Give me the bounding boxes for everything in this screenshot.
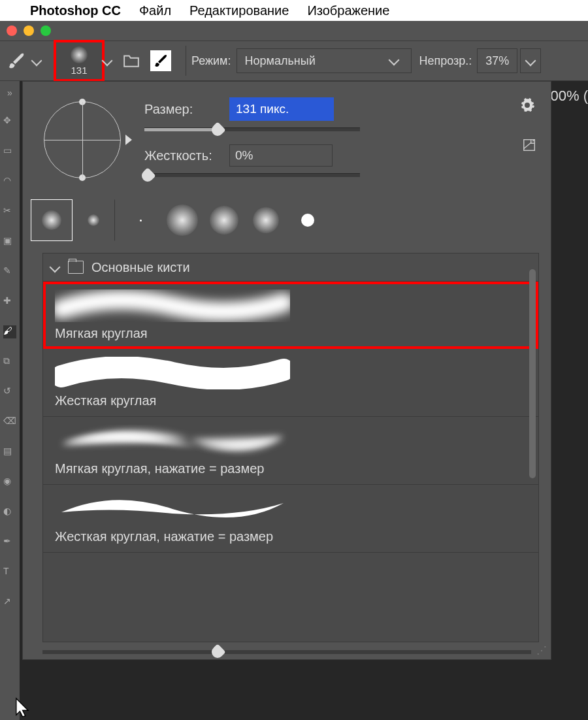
- tool-path[interactable]: ↗: [3, 596, 16, 609]
- preset-hard-round[interactable]: Жесткая круглая: [43, 349, 538, 417]
- tools-toolbar: » ✥ ▭ ◠ ✂ ▣ ✎ ✚ 🖌 ⧉ ↺ ⌫ ▤ ◉ ◐ ✒ T ↗: [0, 81, 20, 720]
- angle-bottom-handle[interactable]: [79, 174, 86, 181]
- brush-preview-icon: [71, 46, 88, 63]
- size-input[interactable]: 131 пикс.: [229, 97, 334, 121]
- folder-label: Основные кисти: [91, 260, 190, 275]
- preset-scale-slider[interactable]: [42, 645, 531, 659]
- tool-dropdown-chevron-icon[interactable]: [31, 56, 42, 67]
- size-label: Размер:: [144, 102, 229, 117]
- blend-mode-select[interactable]: Нормальный: [237, 48, 412, 73]
- brush-tip-7[interactable]: [287, 199, 329, 241]
- tool-gradient[interactable]: ▤: [3, 446, 16, 459]
- slider-thumb[interactable]: [209, 122, 225, 138]
- brush-preset-button[interactable]: 131: [54, 40, 105, 82]
- document-zoom-label: 00% (: [551, 88, 588, 105]
- tool-brush-selected[interactable]: 🖌: [3, 325, 16, 338]
- tool-eyedropper[interactable]: ✎: [3, 265, 16, 278]
- window-header: [0, 21, 588, 41]
- expand-toolbar-icon[interactable]: »: [7, 88, 12, 98]
- preset-stroke-preview: [55, 289, 527, 322]
- new-document-icon: [522, 138, 536, 152]
- preset-label: Жесткая круглая: [55, 393, 527, 408]
- size-slider[interactable]: [144, 127, 360, 131]
- minimize-window-button[interactable]: [24, 25, 34, 36]
- preset-stroke-preview: [55, 425, 527, 457]
- brush-panel-icon: [153, 53, 169, 69]
- brush-panel-toggle-button[interactable]: [150, 50, 171, 71]
- zoom-window-button[interactable]: [41, 25, 51, 36]
- brush-folder-button[interactable]: [123, 54, 140, 68]
- brush-tip-6[interactable]: [245, 199, 287, 241]
- tool-blur[interactable]: ◉: [3, 476, 16, 489]
- menu-file[interactable]: Файл: [139, 3, 171, 18]
- app-name[interactable]: Photoshop CC: [30, 3, 121, 18]
- preset-hard-pressure[interactable]: Жесткая круглая, нажатие = размер: [43, 485, 538, 553]
- brush-tool-icon: [7, 51, 26, 71]
- menu-image[interactable]: Изображение: [307, 3, 389, 18]
- brush-tip-1[interactable]: [31, 199, 73, 241]
- brush-tip-row: [23, 199, 551, 241]
- menu-edit[interactable]: Редактирование: [189, 3, 289, 18]
- hardness-input[interactable]: 0%: [229, 144, 333, 167]
- panel-resize-grip-icon[interactable]: ⋰: [536, 644, 547, 657]
- brush-size-label: 131: [71, 65, 87, 76]
- tool-dodge[interactable]: ◐: [3, 506, 16, 519]
- tool-frame[interactable]: ▣: [3, 235, 16, 248]
- panel-menu-button[interactable]: [519, 97, 535, 113]
- tool-move[interactable]: ✥: [3, 115, 16, 128]
- opacity-input[interactable]: 37%: [477, 48, 517, 73]
- tool-healing[interactable]: ✚: [3, 295, 16, 308]
- preset-label: Мягкая круглая, нажатие = размер: [55, 461, 527, 476]
- chevron-down-icon: [525, 56, 536, 67]
- tool-lasso[interactable]: ◠: [3, 175, 16, 188]
- preset-stroke-preview: [55, 493, 527, 525]
- angle-top-handle[interactable]: [79, 99, 86, 105]
- blend-mode-label: Режим:: [191, 54, 231, 68]
- tool-stamp[interactable]: ⧉: [3, 355, 16, 368]
- options-toolbar: 131 Режим: Нормальный Непрозр.: 37%: [0, 41, 588, 81]
- workspace: » ✥ ▭ ◠ ✂ ▣ ✎ ✚ 🖌 ⧉ ↺ ⌫ ▤ ◉ ◐ ✒ T ↗ 00% …: [0, 81, 588, 720]
- brush-angle-control[interactable]: [40, 97, 125, 182]
- traffic-lights: [7, 25, 51, 36]
- preset-soft-pressure[interactable]: Мягкая круглая, нажатие = размер: [43, 417, 538, 485]
- slider-thumb[interactable]: [139, 167, 155, 184]
- preset-label: Жесткая круглая, нажатие = размер: [55, 529, 527, 544]
- hardness-slider[interactable]: [144, 173, 360, 177]
- preset-label: Мягкая круглая: [55, 326, 527, 341]
- tool-marquee[interactable]: ▭: [3, 145, 16, 158]
- brush-tip-2[interactable]: [73, 199, 114, 241]
- current-tool-brush[interactable]: [7, 51, 47, 71]
- folder-icon: [123, 54, 140, 68]
- brush-tip-4[interactable]: [161, 199, 203, 241]
- tool-eraser[interactable]: ⌫: [3, 416, 16, 429]
- tool-history-brush[interactable]: ↺: [3, 385, 16, 399]
- tool-pen[interactable]: ✒: [3, 536, 16, 549]
- folder-expand-chevron-icon: [50, 262, 61, 273]
- preset-list-scrollbar[interactable]: [529, 269, 536, 478]
- tool-type[interactable]: T: [3, 566, 16, 579]
- slider-thumb[interactable]: [210, 644, 226, 660]
- brush-tip-5[interactable]: [203, 199, 245, 241]
- preset-folder-row[interactable]: Основные кисти: [43, 254, 538, 282]
- hardness-label: Жесткость:: [144, 148, 229, 163]
- brush-preset-panel: Размер: 131 пикс. Жесткость: 0%: [22, 81, 551, 660]
- preset-stroke-preview: [55, 357, 527, 389]
- cursor-arrow-icon: [14, 696, 33, 720]
- chevron-down-icon: [388, 55, 399, 66]
- gear-icon: [519, 97, 535, 113]
- macos-menubar: Photoshop CC Файл Редактирование Изображ…: [0, 0, 588, 21]
- toolbar-separator: [186, 46, 186, 76]
- brush-tip-separator: [114, 199, 120, 241]
- folder-icon: [68, 261, 84, 274]
- brush-tip-3[interactable]: [120, 199, 161, 241]
- preset-soft-round[interactable]: Мягкая круглая: [43, 282, 538, 349]
- close-window-button[interactable]: [7, 25, 17, 36]
- brush-preset-list: Основные кисти Мягкая круглая Жесткая кр…: [42, 253, 539, 642]
- new-brush-button[interactable]: [522, 138, 536, 152]
- angle-arrow-icon[interactable]: [125, 135, 132, 145]
- blend-mode-value: Нормальный: [245, 54, 316, 68]
- opacity-value: 37%: [485, 54, 509, 68]
- opacity-dropdown[interactable]: [520, 48, 541, 73]
- tool-crop[interactable]: ✂: [3, 205, 16, 218]
- opacity-label: Непрозр.:: [419, 54, 472, 68]
